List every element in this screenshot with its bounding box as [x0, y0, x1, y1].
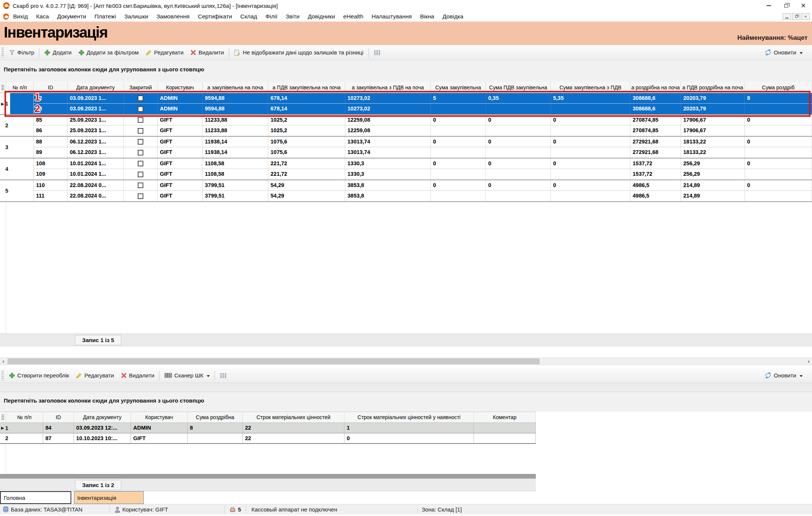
closed-checkbox-cell[interactable]: [124, 169, 158, 180]
menu-item-1[interactable]: Вихід: [9, 13, 32, 20]
table-cell[interactable]: [745, 104, 812, 114]
table-cell[interactable]: 678,14: [268, 93, 345, 103]
grid-grip-icon[interactable]: [0, 82, 6, 93]
table-cell[interactable]: 0: [745, 180, 812, 190]
edit-button[interactable]: Редагувати: [142, 47, 187, 58]
grid2-column-header[interactable]: Строк матеріальних цінностей у наявності: [344, 412, 474, 422]
checkbox-unchecked[interactable]: [138, 193, 143, 199]
table-cell[interactable]: 22.08.2024 0...: [68, 191, 124, 201]
table-cell[interactable]: 06.12.2023 1...: [68, 147, 124, 158]
table-cell[interactable]: ADMIN: [158, 93, 203, 103]
table-cell[interactable]: [745, 125, 812, 136]
table-cell[interactable]: GIFT: [158, 115, 203, 125]
grid1-column-header[interactable]: а ПДВ роздрібна на поча: [681, 82, 745, 93]
delete-button[interactable]: Видалити: [117, 370, 158, 381]
grid1-column-header[interactable]: Дата документу: [68, 82, 124, 93]
table-cell[interactable]: 214,89: [681, 180, 745, 190]
table-cell[interactable]: 13013,74: [345, 137, 431, 147]
table-cell[interactable]: 5: [431, 93, 486, 103]
table-cell[interactable]: 3799,51: [203, 191, 268, 201]
table-cell[interactable]: [431, 104, 486, 114]
table-cell[interactable]: 11938,14: [203, 137, 268, 147]
column-chooser-button[interactable]: [217, 370, 230, 381]
grid1-column-header[interactable]: Сума ПДВ закупівельна: [486, 82, 551, 93]
table-cell[interactable]: [551, 169, 630, 180]
table-cell[interactable]: ADMIN: [158, 104, 203, 114]
grid2-column-header[interactable]: Сума роздрібна: [188, 412, 243, 422]
table-cell[interactable]: 0: [431, 137, 486, 147]
table-cell[interactable]: 10273,02: [345, 93, 431, 103]
table-cell[interactable]: 0: [431, 115, 486, 125]
table-row[interactable]: 8303.09.2023 1...ADMIN9594,88678,1410273…: [34, 104, 812, 114]
menu-item-7[interactable]: Сертифікати: [194, 13, 236, 20]
table-cell[interactable]: [431, 191, 486, 201]
grid1-column-header[interactable]: а ПДВ закупівельна на поча: [268, 82, 345, 93]
table-cell[interactable]: [474, 423, 536, 433]
table-cell[interactable]: 0: [431, 158, 486, 169]
mdi-minimize-button[interactable]: [783, 13, 791, 20]
table-row[interactable]: 10810.01.2024 1...GIFT1108,58221,721330,…: [34, 158, 812, 169]
table-cell[interactable]: 88: [34, 137, 68, 147]
table-cell[interactable]: 111: [34, 191, 68, 201]
row-number-cell[interactable]: ▶1: [0, 423, 43, 433]
table-cell[interactable]: GIFT: [158, 158, 203, 169]
refresh-dropdown-icon[interactable]: [800, 52, 803, 54]
table-cell[interactable]: 11938,14: [203, 147, 268, 158]
table-cell[interactable]: 678,14: [268, 104, 345, 114]
closed-checkbox-cell[interactable]: [124, 191, 158, 201]
table-cell[interactable]: 0: [486, 158, 551, 169]
table-cell[interactable]: 1537,72: [630, 169, 681, 180]
toolbar-grip[interactable]: [2, 48, 4, 57]
closed-checkbox-cell[interactable]: [124, 180, 158, 190]
table-cell[interactable]: GIFT: [158, 191, 203, 201]
table-cell[interactable]: 12259,08: [345, 125, 431, 136]
table-cell[interactable]: 0: [551, 180, 630, 190]
table-cell[interactable]: 9594,88: [203, 104, 268, 114]
table-row[interactable]: ▶18403.09.2023 12:...ADMIN8221: [0, 423, 536, 433]
table-cell[interactable]: GIFT: [158, 169, 203, 180]
table-cell[interactable]: 20203,79: [681, 104, 745, 114]
table-cell[interactable]: 1025,2: [268, 115, 345, 125]
table-cell[interactable]: [745, 191, 812, 201]
table-cell[interactable]: 1330,3: [345, 158, 431, 169]
table-row[interactable]: 11122.08.2024 0...GIFT3799,5154,293853,8…: [34, 191, 812, 201]
table-cell[interactable]: 0: [486, 137, 551, 147]
grid2-column-header[interactable]: ID: [43, 412, 74, 422]
table-cell[interactable]: 22: [243, 423, 344, 433]
checkbox-unchecked[interactable]: [138, 117, 143, 123]
create-recount-button[interactable]: Створити переоблік: [6, 370, 72, 381]
grid1-column-header[interactable]: а закупівельна на поча: [203, 82, 268, 93]
closed-checkbox-cell[interactable]: [124, 147, 158, 158]
checkbox-unchecked[interactable]: [138, 172, 143, 177]
table-cell[interactable]: 22.08.2024 0...: [68, 180, 124, 190]
menu-item-10[interactable]: Звіти: [281, 13, 304, 20]
table-cell[interactable]: [431, 147, 486, 158]
add-by-filter-button[interactable]: Додати за фільтром: [75, 47, 142, 58]
table-cell[interactable]: [486, 147, 551, 158]
table-cell[interactable]: 0: [745, 158, 812, 169]
table-cell[interactable]: 0: [745, 137, 812, 147]
menu-item-3[interactable]: Документи: [53, 13, 90, 20]
menu-item-13[interactable]: Налаштування: [367, 13, 416, 20]
table-cell[interactable]: [745, 147, 812, 158]
menu-item-14[interactable]: Вікна: [416, 13, 438, 20]
table-cell[interactable]: 1330,3: [345, 169, 431, 180]
checkbox-unchecked[interactable]: [138, 183, 143, 188]
table-cell[interactable]: 270874,85: [630, 125, 681, 136]
table-cell[interactable]: [745, 169, 812, 180]
table-cell[interactable]: 0: [431, 180, 486, 190]
grid2-column-header[interactable]: Користувач: [131, 412, 188, 422]
table-cell[interactable]: 0,35: [486, 93, 551, 103]
grid2-scrollbar[interactable]: [0, 474, 536, 478]
table-cell[interactable]: [486, 125, 551, 136]
table-row[interactable]: 10910.01.2024 1...GIFT1108,58221,721330,…: [34, 169, 812, 180]
checkbox-unchecked[interactable]: [138, 161, 143, 166]
tab-inventory[interactable]: Інвентаризація: [74, 491, 144, 504]
row-number-cell[interactable]: 2: [0, 433, 43, 443]
table-cell[interactable]: [551, 147, 630, 158]
table-cell[interactable]: 12259,08: [345, 115, 431, 125]
table-cell[interactable]: 3853,8: [345, 180, 431, 190]
table-cell[interactable]: 8: [188, 423, 243, 433]
grid1-column-header[interactable]: а роздрібна на поча: [630, 82, 681, 93]
table-cell[interactable]: 9594,88: [203, 93, 268, 103]
